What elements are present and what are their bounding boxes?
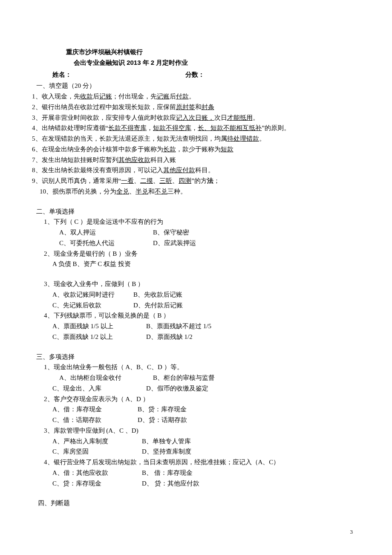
multi-q4-d: D、 贷：其他应付款 (142, 478, 199, 489)
multi-q1: 1、现金出纳业务一般包括（ A、B、C、D ）等。 (32, 362, 354, 373)
single-q1-opts-row2: C、可委托他人代运 D、应武装押运 (32, 238, 354, 249)
single-q3-b: B、先收款后记账 (133, 289, 182, 300)
multi-q1-opts-row1: A、出纳柜台现金收付 B、柜台的审核与监督 (32, 373, 354, 383)
multi-q2-opts-row2: C、借：话期存款 D、贷：话期存款 (32, 415, 354, 425)
multi-q3-opts-row1: A、严格出入库制度 B、单独专人管库 (32, 436, 354, 447)
multi-q1-d: D、假币的收缴及鉴定 (146, 383, 208, 394)
name-label: 姓名： (52, 69, 185, 80)
single-q4: 4、下列残缺票币，可以全额兑换的是（ B ） (32, 310, 354, 321)
fill-q10: 10、损伤票币的兑换，分为全兑、半兑和不兑三种。 (32, 186, 354, 197)
single-q3-a: A、收款记账同时进行 (52, 289, 133, 300)
multi-q4-opts-row2: C、贷：库存现金 D、 贷：其他应付款 (32, 478, 354, 489)
multi-q2: 2、客户交存现金应表示为（ A、D ） (32, 394, 354, 405)
multi-q4: 4、银行营业终了后发现出纳短款，当日未查明原因，经批准挂账；应记入（A、C） (32, 457, 354, 468)
single-q1-c: C、可委托他人代运 (59, 238, 153, 249)
multi-q4-opts-row1: A、借：其他应收款 B、 借：库存现金 (32, 468, 354, 478)
single-q3: 3、现金收入业务中，应做到（ B ） (32, 279, 354, 289)
fill-q9: 9、识别人民币真伪，通常采用“一看、二摸、三听、四测”的方法； (32, 176, 354, 186)
header: 重庆市沙坪坝融兴村镇银行 会出专业金融知识 2013 年 2 月定时作业 (32, 47, 354, 68)
fill-q1: 1、收入现金，先收款后记账；付出现金，先记账后付款。 (32, 91, 354, 102)
section-1-title: 一、填空题（20 分） (32, 81, 354, 91)
multi-q1-c: C、现金出、入库 (52, 383, 146, 394)
single-q1-d: D、应武装押运 (153, 238, 196, 249)
multi-q3-b: B、单独专人管库 (142, 436, 191, 447)
single-q4-c: C、票面残缺 1/2 以上 (52, 332, 146, 342)
doc-subtitle: 会出专业金融知识 2013 年 2 月定时作业 (66, 58, 354, 68)
multi-q4-a: A、借：其他应收款 (52, 468, 142, 478)
multi-q2-c: C、借：话期存款 (52, 415, 138, 425)
fill-q5: 5、在发现错款的当天，长款无法退还原主，短款无法查明找回，均属待处理错款。 (32, 133, 354, 144)
multi-q3-d: D、坚持查库制度 (142, 446, 191, 457)
single-q2: 2、现金业务是银行的（ B ）业务 (32, 249, 354, 259)
fill-q2: 2、银行出纳员在收款过程中如发现长短款，应保留原封签和封条 (32, 102, 354, 113)
org-title: 重庆市沙坪坝融兴村镇银行 (66, 47, 354, 58)
single-q2-opts: A 负债 B、资产 C 权益 投资 (32, 259, 354, 269)
name-score-row: 姓名： 分数： (32, 69, 354, 80)
single-q4-d: D、票面残缺 1/2 (146, 332, 193, 342)
single-q1: 1、下列（ C ）是现金运送中不应有的行为 (32, 217, 354, 227)
multi-q1-a: A、出纳柜台现金收付 (59, 373, 153, 383)
single-q4-opts-row2: C、票面残缺 1/2 以上 D、票面残缺 1/2 (32, 332, 354, 342)
multi-q2-a: A、借：库存现金 (52, 404, 138, 415)
single-q1-opts-row1: A、双人押运 B、保守秘密 (32, 227, 354, 238)
section-4-title: 四、判断题 (32, 498, 354, 509)
fill-q6: 6、在现金出纳业务的会计核算中款多于账称为长款，款少于账称为短款 (32, 144, 354, 155)
fill-q7: 7、发生出纳短款挂账时应暂列其他应收款科目入账 (32, 155, 354, 165)
multi-q1-b: B、柜台的审核与监督 (153, 373, 215, 383)
section-3-title: 三、多项选择 (32, 352, 354, 362)
multi-q3-opts-row2: C、库房坚固 D、坚持查库制度 (32, 446, 354, 457)
multi-q1-opts-row2: C、现金出、入库 D、假币的收缴及鉴定 (32, 383, 354, 394)
score-label: 分数： (185, 69, 205, 80)
fill-q8: 8、发生出纳长款最终没有查明原因，可以记入其他应付款科目。 (32, 165, 354, 176)
multi-q2-d: D、贷：话期存款 (138, 415, 187, 425)
document-page: 重庆市沙坪坝融兴村镇银行 会出专业金融知识 2013 年 2 月定时作业 姓名：… (0, 0, 392, 555)
multi-q2-opts-row1: A、借：库存现金 B、贷：库存现金 (32, 404, 354, 415)
single-q4-b: B、票面残缺不超过 1/5 (146, 321, 211, 332)
single-q1-b: B、保守秘密 (153, 227, 189, 238)
single-q3-opts-row1: A、收款记账同时进行 B、先收款后记账 (32, 289, 354, 300)
section-2-title: 二、单项选择 (32, 206, 354, 217)
fill-q4: 4、出纳错款处理时应遵循“长款不得寄库，短款不得空库，长、短款不能相互抵补”的原… (32, 123, 354, 133)
multi-q4-b: B、 借：库存现金 (142, 468, 193, 478)
single-q4-opts-row1: A、票面残缺 1/5 以上 B、票面残缺不超过 1/5 (32, 321, 354, 332)
fill-q3: 3、开展非营业时间收款，应安排专人值此时收款应记入次日账，次日才能抵用。 (32, 113, 354, 123)
single-q3-opts-row2: C、先记账后收款 D、先付款后记账 (32, 300, 354, 311)
multi-q4-c: C、贷：库存现金 (52, 478, 142, 489)
multi-q2-b: B、贷：库存现金 (138, 404, 187, 415)
single-q4-a: A、票面残缺 1/5 以上 (52, 321, 146, 332)
single-q1-a: A、双人押运 (59, 227, 153, 238)
multi-q3-a: A、严格出入库制度 (52, 436, 142, 447)
page-number: 3 (350, 527, 353, 536)
multi-q3-c: C、库房坚固 (52, 446, 142, 457)
multi-q3: 3、库款管理中应做到 (A、C 、D) (32, 425, 354, 436)
single-q3-c: C、先记账后收款 (52, 300, 133, 311)
single-q3-d: D、先付款后记账 (133, 300, 183, 311)
